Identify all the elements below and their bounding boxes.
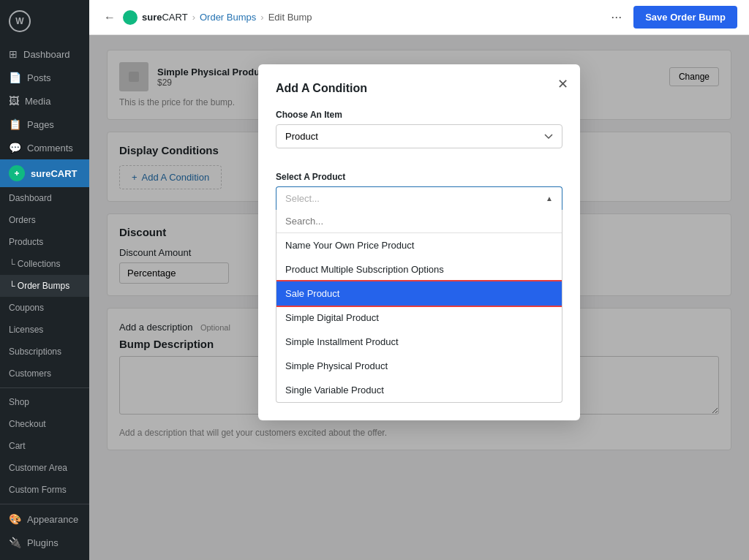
sidebar-item-subscriptions[interactable]: Subscriptions bbox=[0, 341, 89, 363]
sidebar-item-cart[interactable]: Cart bbox=[0, 435, 89, 457]
surecart-breadcrumb-logo bbox=[123, 10, 138, 25]
sidebar-item-dashboard-wp[interactable]: ⊞ Dashboard bbox=[0, 42, 89, 66]
modal-close-button[interactable]: ✕ bbox=[557, 76, 568, 92]
save-order-bump-button[interactable]: Save Order Bump bbox=[633, 6, 737, 29]
select-product-trigger[interactable]: Select... ▲ bbox=[276, 186, 562, 210]
topbar-actions: ··· Save Order Bump bbox=[605, 6, 737, 29]
select-product-label: Select A Product bbox=[276, 172, 562, 182]
back-button[interactable]: ← bbox=[101, 11, 118, 24]
topbar: ← sureCART › Order Bumps › Edit Bump ···… bbox=[89, 0, 749, 35]
sidebar-item-shop[interactable]: Shop bbox=[0, 391, 89, 413]
dropdown-item-sale-product[interactable]: Sale Product bbox=[276, 281, 562, 306]
dropdown-item-product-multiple[interactable]: Product Multiple Subscription Options bbox=[276, 257, 562, 281]
dropdown-item-name-your-own[interactable]: Name Your Own Price Product bbox=[276, 233, 562, 257]
pages-icon: 📋 bbox=[9, 118, 21, 130]
breadcrumb-edit-bump: Edit Bump bbox=[268, 12, 312, 23]
page-content: Simple Physical Product $29 Change This … bbox=[89, 35, 749, 560]
breadcrumb-logo-text: sureCART bbox=[142, 12, 188, 23]
sidebar-item-plugins[interactable]: 🔌 Plugins bbox=[0, 531, 89, 554]
main-area: ← sureCART › Order Bumps › Edit Bump ···… bbox=[89, 0, 749, 560]
sidebar-item-custom-forms[interactable]: Custom Forms bbox=[0, 479, 89, 501]
sidebar-item-customer-area[interactable]: Customer Area bbox=[0, 457, 89, 479]
wp-logo: W bbox=[0, 0, 89, 42]
sidebar-item-coupons[interactable]: Coupons bbox=[0, 297, 89, 319]
breadcrumb: ← sureCART › Order Bumps › Edit Bump bbox=[101, 10, 312, 25]
choose-item-label: Choose An Item bbox=[276, 110, 562, 120]
more-options-button[interactable]: ··· bbox=[605, 7, 628, 28]
sidebar-item-orders[interactable]: Orders bbox=[0, 209, 89, 231]
sidebar: W ⊞ Dashboard 📄 Posts 🖼 Media 📋 Pages 💬 … bbox=[0, 0, 89, 560]
breadcrumb-sep1: › bbox=[192, 12, 195, 23]
product-search-input[interactable] bbox=[276, 210, 562, 233]
sidebar-item-posts[interactable]: 📄 Posts bbox=[0, 66, 89, 89]
dropdown-item-simple-installment[interactable]: Simple Installment Product bbox=[276, 330, 562, 354]
media-icon: 🖼 bbox=[9, 95, 19, 107]
sidebar-item-users[interactable]: 👤 Users bbox=[0, 554, 89, 560]
posts-icon: 📄 bbox=[9, 72, 21, 83]
surecart-logo bbox=[9, 165, 25, 181]
modal-overlay[interactable]: Add A Condition ✕ Choose An Item Product… bbox=[89, 35, 749, 560]
choose-item-select[interactable]: Product Category Customer Order Total bbox=[276, 124, 562, 148]
sidebar-item-customers[interactable]: Customers bbox=[0, 363, 89, 385]
add-condition-modal: Add A Condition ✕ Choose An Item Product… bbox=[258, 64, 580, 420]
comments-icon: 💬 bbox=[9, 142, 21, 154]
sidebar-item-appearance[interactable]: 🎨 Appearance bbox=[0, 507, 89, 531]
dropdown-item-simple-digital[interactable]: Simple Digital Product bbox=[276, 306, 562, 330]
appearance-icon: 🎨 bbox=[9, 513, 21, 525]
sidebar-item-licenses[interactable]: Licenses bbox=[0, 319, 89, 341]
sidebar-item-surecart[interactable]: sureCART bbox=[0, 159, 89, 187]
product-dropdown: Name Your Own Price Product Product Mult… bbox=[276, 210, 562, 403]
dropdown-item-simple-physical[interactable]: Simple Physical Product bbox=[276, 354, 562, 378]
chevron-up-icon: ▲ bbox=[546, 194, 553, 203]
sidebar-item-pages[interactable]: 📋 Pages bbox=[0, 113, 89, 136]
sidebar-item-checkout[interactable]: Checkout bbox=[0, 413, 89, 435]
sidebar-item-order-bumps[interactable]: └ Order Bumps bbox=[0, 275, 89, 297]
select-placeholder: Select... bbox=[285, 193, 320, 204]
dashboard-icon: ⊞ bbox=[9, 48, 18, 60]
sidebar-item-media[interactable]: 🖼 Media bbox=[0, 89, 89, 113]
sidebar-item-collections[interactable]: └ Collections bbox=[0, 253, 89, 275]
sidebar-item-products[interactable]: Products bbox=[0, 231, 89, 253]
svg-point-1 bbox=[126, 13, 135, 22]
sidebar-item-comments[interactable]: 💬 Comments bbox=[0, 136, 89, 159]
sidebar-item-dashboard-sc[interactable]: Dashboard bbox=[0, 187, 89, 209]
plugins-icon: 🔌 bbox=[9, 537, 21, 548]
breadcrumb-sep2: › bbox=[260, 12, 263, 23]
modal-title: Add A Condition bbox=[276, 82, 562, 95]
dropdown-item-single-variable[interactable]: Single Variable Product bbox=[276, 378, 562, 402]
breadcrumb-order-bumps[interactable]: Order Bumps bbox=[200, 12, 256, 23]
